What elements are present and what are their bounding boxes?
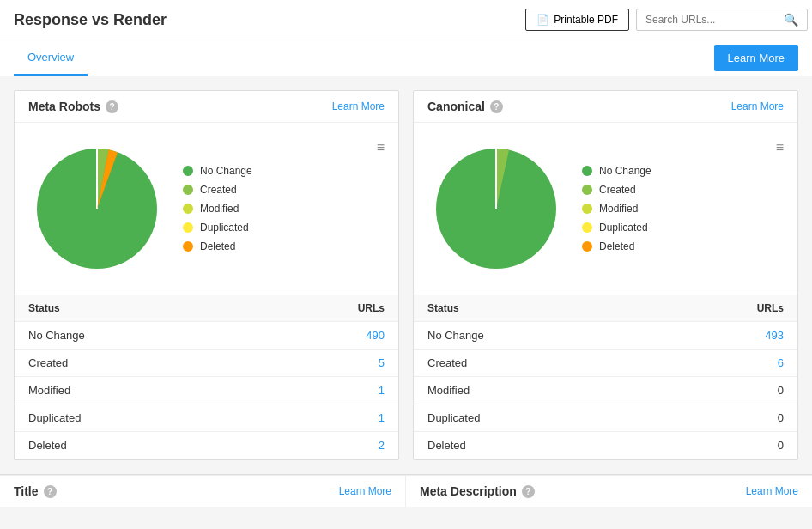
- legend-item-no-change: No Change: [183, 165, 360, 177]
- canonical-status-modified: Modified: [414, 377, 646, 404]
- meta-description-learn-more[interactable]: Learn More: [746, 485, 798, 497]
- tab-overview[interactable]: Overview: [14, 40, 88, 76]
- canonical-status-header: Status: [414, 295, 646, 322]
- legend-dot-no-change: [183, 166, 193, 176]
- title-bottom-title: Title ?: [14, 484, 57, 498]
- main-content: Meta Robots ? Learn More: [0, 76, 812, 474]
- page-header: Response vs Render 📄 Printable PDF 🔍: [0, 0, 812, 40]
- canonical-legend-deleted: Deleted: [582, 240, 759, 252]
- meta-robots-card: Meta Robots ? Learn More: [14, 90, 399, 460]
- table-row: Created 5: [15, 350, 398, 377]
- status-deleted: Deleted: [15, 432, 247, 459]
- table-row: Deleted 2: [15, 432, 398, 459]
- table-row: Modified 1: [15, 377, 398, 404]
- canonical-legend-created: Created: [582, 184, 759, 196]
- canonical-urls-no-change[interactable]: 493: [646, 322, 797, 350]
- meta-robots-chart-area: No Change Created Modified Duplicated De…: [15, 123, 398, 295]
- canonical-status-duplicated: Duplicated: [414, 404, 646, 432]
- title-help-icon[interactable]: ?: [44, 485, 57, 498]
- legend-item-created: Created: [183, 184, 360, 196]
- status-duplicated: Duplicated: [15, 404, 247, 432]
- status-no-change: No Change: [15, 322, 247, 350]
- urls-deleted[interactable]: 2: [247, 432, 398, 459]
- urls-no-change[interactable]: 490: [247, 322, 398, 350]
- canonical-urls-modified: 0: [646, 377, 797, 404]
- canonical-legend-dot-no-change: [582, 166, 592, 176]
- printable-pdf-button[interactable]: 📄 Printable PDF: [525, 9, 629, 31]
- canonical-learn-more[interactable]: Learn More: [731, 100, 784, 112]
- canonical-chart-menu[interactable]: ≡: [776, 140, 784, 155]
- canonical-legend-dot-modified: [582, 204, 592, 214]
- meta-robots-help-icon[interactable]: ?: [106, 100, 118, 113]
- legend-item-deleted: Deleted: [183, 240, 360, 252]
- meta-robots-table: Status URLs No Change 490 Created 5 Modi…: [15, 295, 398, 459]
- title-learn-more[interactable]: Learn More: [339, 485, 391, 497]
- canonical-urls-created[interactable]: 6: [646, 350, 797, 377]
- table-row: Modified 0: [414, 377, 797, 404]
- meta-robots-status-header: Status: [15, 295, 247, 322]
- urls-created[interactable]: 5: [247, 350, 398, 377]
- canonical-urls-duplicated: 0: [646, 404, 797, 432]
- canonical-header: Canonical ? Learn More: [414, 91, 797, 123]
- canonical-urls-deleted: 0: [646, 432, 797, 459]
- status-modified: Modified: [15, 377, 247, 404]
- canonical-legend: No Change Created Modified Duplicated De…: [582, 165, 759, 252]
- canonical-status-no-change: No Change: [414, 322, 646, 350]
- status-created: Created: [15, 350, 247, 377]
- meta-robots-pie-chart: [28, 140, 166, 277]
- canonical-table: Status URLs No Change 493 Created 6 Modi…: [414, 295, 797, 459]
- legend-item-duplicated: Duplicated: [183, 222, 360, 234]
- urls-modified[interactable]: 1: [247, 377, 398, 404]
- canonical-legend-dot-created: [582, 185, 592, 195]
- canonical-status-deleted: Deleted: [414, 432, 646, 459]
- table-row: Deleted 0: [414, 432, 797, 459]
- canonical-urls-header: URLs: [646, 295, 797, 322]
- meta-robots-title: Meta Robots ?: [28, 100, 118, 113]
- meta-description-bottom-title: Meta Description ?: [420, 484, 535, 498]
- canonical-legend-dot-duplicated: [582, 222, 592, 233]
- meta-robots-legend: No Change Created Modified Duplicated De…: [183, 165, 360, 252]
- legend-dot-modified: [183, 204, 193, 214]
- nav-learn-more-button[interactable]: Learn More: [714, 45, 798, 71]
- table-row: No Change 493: [414, 322, 797, 350]
- meta-description-help-icon[interactable]: ?: [522, 485, 535, 498]
- canonical-title: Canonical ?: [427, 100, 503, 113]
- meta-robots-chart-menu[interactable]: ≡: [377, 140, 385, 155]
- canonical-legend-duplicated: Duplicated: [582, 222, 759, 234]
- search-input[interactable]: [636, 9, 808, 31]
- search-button[interactable]: 🔍: [784, 13, 798, 27]
- page-title: Response vs Render: [14, 11, 167, 29]
- legend-item-modified: Modified: [183, 203, 360, 215]
- table-row: Duplicated 1: [15, 404, 398, 432]
- canonical-legend-no-change: No Change: [582, 165, 759, 177]
- table-row: Created 6: [414, 350, 797, 377]
- meta-description-bottom-item: Meta Description ? Learn More: [406, 475, 812, 507]
- canonical-status-created: Created: [414, 350, 646, 377]
- table-row: No Change 490: [15, 322, 398, 350]
- canonical-legend-dot-deleted: [582, 241, 592, 252]
- search-container: 🔍: [636, 9, 798, 31]
- table-row: Duplicated 0: [414, 404, 797, 432]
- nav-bar: Overview Learn More: [0, 40, 812, 76]
- legend-dot-created: [183, 185, 193, 195]
- title-bottom-item: Title ? Learn More: [0, 475, 406, 507]
- file-icon: 📄: [536, 14, 549, 26]
- legend-dot-duplicated: [183, 222, 193, 233]
- canonical-chart-area: No Change Created Modified Duplicated De…: [414, 123, 797, 295]
- legend-dot-deleted: [183, 241, 193, 252]
- canonical-legend-modified: Modified: [582, 203, 759, 215]
- urls-duplicated[interactable]: 1: [247, 404, 398, 432]
- meta-robots-learn-more[interactable]: Learn More: [332, 100, 385, 112]
- canonical-pie-chart: [427, 140, 565, 277]
- bottom-bar: Title ? Learn More Meta Description ? Le…: [0, 474, 812, 507]
- header-controls: 📄 Printable PDF 🔍: [525, 9, 798, 31]
- meta-robots-header: Meta Robots ? Learn More: [15, 91, 398, 123]
- canonical-help-icon[interactable]: ?: [490, 100, 503, 113]
- canonical-card: Canonical ? Learn More No Change: [413, 90, 798, 460]
- meta-robots-urls-header: URLs: [247, 295, 398, 322]
